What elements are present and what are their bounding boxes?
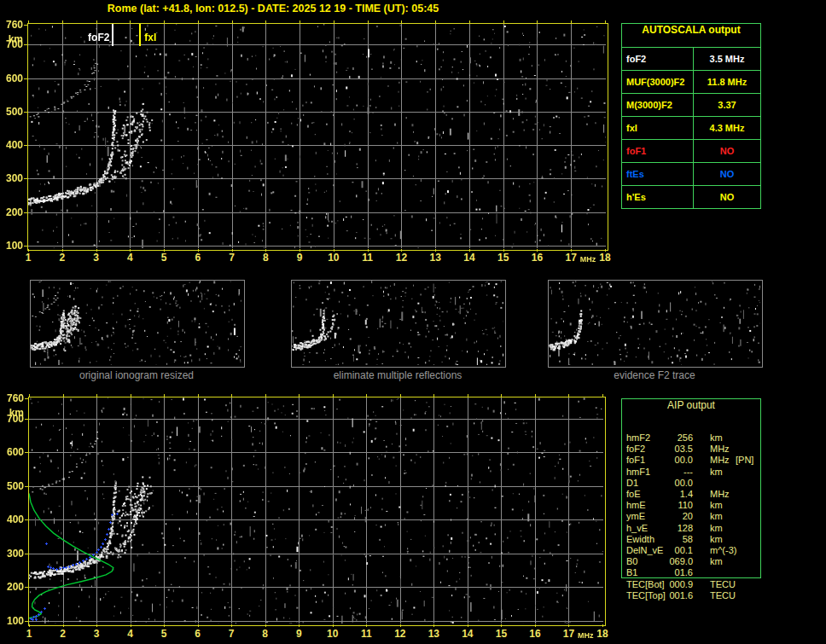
aip-unit: MHz: [710, 444, 730, 455]
aip-unit: MHz: [710, 455, 730, 466]
scaled-ionogram-canvas: [28, 24, 606, 248]
axis-tick: [265, 249, 266, 252]
autoscala-param: foF2: [622, 48, 694, 70]
y-tick-label: 400: [1, 140, 23, 150]
axis-tick: [198, 394, 199, 397]
axis-tick: [334, 249, 334, 252]
axis-tick: [469, 20, 470, 23]
fxI-marker-label: fxI: [144, 32, 156, 43]
axis-tick: [24, 25, 27, 26]
y-axis-unit-label: km: [2, 408, 24, 418]
axis-tick: [400, 394, 401, 397]
aip-value: 00.0: [652, 455, 693, 466]
axis-tick: [24, 246, 27, 247]
axis-tick: [568, 394, 569, 397]
aip-unit: km: [710, 511, 723, 522]
aip-unit: m^(-3): [710, 545, 736, 556]
y-tick-label: 760: [1, 20, 23, 30]
axis-tick: [265, 20, 266, 23]
autoscala-param: ftEs: [622, 163, 694, 185]
axis-tick: [535, 394, 536, 397]
x-axis-unit-label: MHz: [579, 256, 596, 264]
aip-ionogram-canvas: [29, 397, 603, 624]
y-tick-label: 100: [1, 241, 23, 251]
x-tick-label: 1: [18, 252, 38, 263]
thumbnail-original-ionogram: [30, 280, 245, 368]
axis-tick: [366, 394, 367, 397]
thumbnail-caption-evidence: evidence F2 trace: [548, 369, 761, 381]
axis-tick: [63, 624, 64, 627]
x-tick-label: 2: [52, 252, 73, 263]
axis-tick: [299, 624, 300, 627]
aip-unit: km: [710, 500, 723, 511]
axis-tick: [198, 624, 199, 627]
foF2-marker-label: foF2: [68, 32, 109, 43]
y-axis-unit-label: km: [1, 34, 23, 44]
y-tick-label: 200: [1, 207, 23, 218]
axis-tick: [130, 20, 131, 23]
axis-tick: [231, 394, 232, 397]
autoscala-output-table: AUTOSCALA output foF23.5 MHzMUF(3000)F21…: [621, 23, 761, 209]
axis-tick: [535, 624, 536, 627]
aip-unit: km: [710, 556, 723, 567]
aip-param: ymE: [626, 511, 645, 522]
thumbnail-eliminate-reflections: [291, 280, 506, 368]
axis-tick: [25, 519, 28, 520]
axis-tick: [501, 624, 502, 627]
aip-param: B0: [626, 556, 637, 567]
axis-tick: [96, 249, 97, 252]
axis-tick: [401, 20, 402, 23]
axis-tick: [605, 249, 606, 252]
thumbnail-caption-original: original ionogram resized: [30, 369, 243, 381]
axis-tick: [24, 44, 27, 45]
y-tick-label: 600: [1, 73, 23, 84]
x-tick-label: 12: [390, 629, 410, 639]
autoscala-param: fxI: [622, 117, 694, 139]
x-tick-label: 18: [592, 629, 613, 639]
autoscala-value: 3.5 MHz: [694, 48, 760, 70]
axis-tick: [29, 624, 30, 627]
autoscala-value: NO: [694, 140, 760, 162]
autoscala-row-h-es: h'EsNO: [622, 185, 760, 208]
axis-tick: [571, 20, 572, 23]
axis-tick: [537, 20, 538, 23]
axis-tick: [63, 394, 64, 397]
axis-tick: [131, 394, 131, 397]
station-title: Rome (lat: +41.8, lon: 012.5) - DATE: 20…: [0, 3, 546, 15]
autoscala-row-ftes: ftEsNO: [622, 162, 760, 185]
x-tick-label: 7: [221, 629, 241, 639]
axis-tick: [368, 20, 369, 23]
axis-tick: [468, 624, 468, 627]
axis-tick: [24, 212, 27, 213]
autoscala-row-muf-3000-f2: MUF(3000)F211.8 MHz: [622, 70, 760, 93]
aip-value: 1.4: [652, 489, 693, 500]
axis-tick: [24, 78, 27, 79]
aip-row-fof1: foF100.0MHz[PN]: [621, 455, 761, 466]
axis-tick: [198, 20, 199, 23]
autoscala-screen: Rome (lat: +41.8, lon: 012.5) - DATE: 20…: [0, 0, 826, 644]
axis-tick: [25, 419, 28, 420]
aip-row-hmf2: hmF2256km: [621, 432, 761, 444]
autoscala-param: MUF(3000)F2: [622, 71, 694, 93]
x-tick-label: 12: [391, 252, 411, 263]
axis-tick: [333, 394, 334, 397]
x-tick-label: 18: [595, 252, 615, 263]
axis-tick: [300, 20, 300, 23]
y-tick-label: 100: [2, 616, 24, 626]
aip-row-yme: ymE20km: [621, 511, 761, 522]
aip-param: B1: [626, 567, 637, 578]
y-tick-label: 760: [2, 393, 24, 403]
axis-tick: [62, 249, 63, 252]
x-tick-label: 10: [323, 252, 344, 263]
axis-tick: [25, 621, 28, 622]
aip-ionogram-plot: [28, 397, 606, 626]
x-tick-label: 5: [154, 252, 174, 263]
axis-tick: [605, 20, 606, 23]
aip-param: Ewidth: [626, 534, 654, 545]
aip-row-hmf1: hmF1---km: [621, 467, 761, 478]
axis-tick: [433, 394, 434, 397]
axis-tick: [503, 249, 504, 252]
thumbnail-original-canvas: [31, 281, 242, 365]
aip-value: 256: [652, 432, 693, 444]
axis-tick: [28, 20, 29, 23]
